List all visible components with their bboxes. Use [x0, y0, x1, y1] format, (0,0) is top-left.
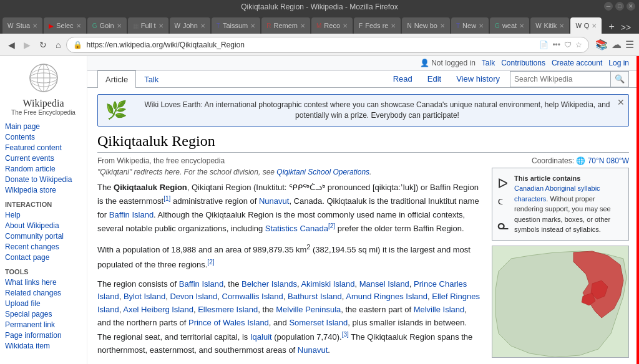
tab-kitik[interactable]: WKitik✕	[530, 17, 569, 34]
tab-close-icon[interactable]: ✕	[200, 22, 205, 29]
action-edit[interactable]: Edit	[422, 70, 446, 87]
belcher-islands-link[interactable]: Belcher Islands	[241, 279, 297, 289]
ellesmere-link[interactable]: Ellesmere Island	[198, 305, 258, 314]
bathurst-link[interactable]: Bathurst Island	[288, 292, 342, 301]
action-read[interactable]: Read	[388, 70, 417, 87]
back-btn[interactable]: ◀	[5, 39, 18, 51]
tab-goin[interactable]: GGoin✕	[87, 17, 127, 34]
sidebar-item-main-page[interactable]: Main page	[5, 122, 82, 131]
cornwallis-link[interactable]: Cornwallis Island	[222, 292, 283, 301]
amund-link[interactable]: Amund Ringnes Island	[346, 292, 427, 301]
home-btn[interactable]: ⌂	[52, 39, 64, 51]
canadian-syllabic-link[interactable]: Canadian Aboriginal syllabic characters	[514, 184, 600, 203]
sidebar-item-about[interactable]: About Wikipedia	[5, 221, 82, 230]
address-bar[interactable]: 🔒 https://en.wikipedia.org/wiki/Qikiqtaa…	[66, 37, 589, 53]
sidebar-item-page-info[interactable]: Page information	[5, 331, 82, 340]
somerset-link[interactable]: Somerset Island	[289, 318, 348, 327]
sidebar-item-recent-changes[interactable]: Recent changes	[5, 242, 82, 251]
tab-newbo[interactable]: NNew bo✕	[402, 17, 450, 34]
sidebar-item-current-events[interactable]: Current events	[5, 154, 82, 163]
new-tab-btn[interactable]: +	[605, 20, 617, 34]
tab-close-icon[interactable]: ✕	[343, 22, 348, 29]
tab-feds[interactable]: FFeds re✕	[354, 17, 401, 34]
search-btn[interactable]: 🔍	[610, 72, 628, 87]
reload-btn[interactable]: ↻	[36, 39, 50, 51]
tab-close-icon[interactable]: ✕	[391, 22, 396, 29]
sidebar-item-contact[interactable]: Contact page	[5, 253, 82, 262]
tab-new[interactable]: TNew✕	[451, 17, 489, 34]
tab-close-icon[interactable]: ✕	[32, 22, 37, 29]
tab-full[interactable]: ▦Full t✕	[128, 17, 168, 34]
mansel-link[interactable]: Mansel Island	[359, 279, 409, 289]
baffin-island-link2[interactable]: Baffin Island	[179, 279, 223, 289]
tab-close-icon[interactable]: ✕	[559, 22, 564, 29]
school-division-link[interactable]: Qiqiktani School Operations	[276, 168, 369, 176]
baffin-island-link[interactable]: Baffin Island	[109, 210, 154, 219]
sidebar-item-upload-file[interactable]: Upload file	[5, 299, 82, 308]
create-account-link[interactable]: Create account	[552, 59, 602, 67]
tab-close-icon[interactable]: ✕	[250, 22, 255, 29]
tab-close-icon[interactable]: ✕	[159, 22, 163, 29]
axel-link[interactable]: Axel Heiberg Island	[123, 305, 193, 314]
tab-close-icon[interactable]: ✕	[479, 22, 484, 29]
close-btn[interactable]: ✕	[627, 2, 635, 11]
nunavut-link[interactable]: Nunavut	[259, 197, 289, 206]
tab-close-icon[interactable]: ✕	[76, 22, 81, 29]
reader-icon[interactable]: 📄	[539, 41, 549, 49]
maximize-btn[interactable]: □	[615, 2, 624, 11]
tab-remem[interactable]: RRemem✕	[261, 17, 310, 34]
tab-close-icon[interactable]: ✕	[300, 22, 305, 29]
sidebar-item-contents[interactable]: Contents	[5, 133, 82, 141]
tab-talk[interactable]: Talk	[136, 70, 167, 88]
sidebar-item-help[interactable]: Help	[5, 211, 82, 219]
action-view-history[interactable]: View history	[451, 70, 505, 87]
prince-wales-link[interactable]: Prince of Wales Island	[188, 318, 269, 327]
sidebar-item-what-links[interactable]: What links here	[5, 278, 82, 287]
bookmark-icon[interactable]: ☆	[575, 41, 582, 49]
library-btn[interactable]: 📚	[595, 39, 608, 50]
tab-john[interactable]: WJohn✕	[170, 17, 210, 34]
akimiski-link[interactable]: Akimiski Island	[301, 279, 354, 289]
sidebar-item-store[interactable]: Wikipedia store	[5, 186, 82, 194]
tab-close-icon[interactable]: ✕	[440, 22, 445, 29]
sidebar-item-featured-content[interactable]: Featured content	[5, 143, 82, 152]
tab-selec[interactable]: ▶Selec✕	[44, 17, 86, 34]
tab-reco[interactable]: MReco✕	[311, 17, 353, 34]
sync-btn[interactable]: ☁	[612, 39, 622, 50]
minimize-btn[interactable]: ─	[604, 2, 613, 11]
coords-link[interactable]: 🌐 70°N 080°W	[576, 156, 629, 165]
menu-btn[interactable]: ☰	[625, 39, 634, 50]
tab-close-icon[interactable]: ✕	[519, 22, 524, 29]
sidebar-item-wikidata[interactable]: Wikidata item	[5, 342, 82, 350]
banner-close-btn[interactable]: ✕	[617, 97, 625, 107]
tab-stua[interactable]: WStua✕	[2, 17, 42, 34]
sidebar-item-special-pages[interactable]: Special pages	[5, 310, 82, 318]
iqaluit-link[interactable]: Iqaluit	[250, 332, 272, 342]
forward-btn[interactable]: ▶	[21, 39, 34, 51]
tab-article[interactable]: Article	[97, 70, 136, 88]
sidebar-item-random-article[interactable]: Random article	[5, 165, 82, 173]
tab-close-icon[interactable]: ✕	[592, 22, 597, 29]
tab-weat[interactable]: Gweat✕	[490, 17, 529, 34]
search-input[interactable]	[510, 74, 610, 85]
sidebar-item-donate[interactable]: Donate to Wikipedia	[5, 175, 82, 184]
devon-link[interactable]: Devon Island	[170, 292, 217, 301]
login-link[interactable]: Log in	[608, 59, 629, 67]
sidebar-item-community-portal[interactable]: Community portal	[5, 232, 82, 241]
talk-link[interactable]: Talk	[482, 59, 495, 67]
tab-close-icon[interactable]: ✕	[117, 22, 122, 29]
tab-taissum[interactable]: TTaissum✕	[212, 17, 260, 34]
sidebar-item-related-changes[interactable]: Related changes	[5, 289, 82, 297]
contributions-link[interactable]: Contributions	[501, 59, 545, 67]
sidebar-item-permanent-link[interactable]: Permanent link	[5, 320, 82, 329]
more-tabs-btn[interactable]: >>	[618, 21, 634, 34]
melville-pen-link[interactable]: Melville Peninsula	[276, 305, 341, 314]
more-icon[interactable]: •••	[552, 41, 560, 49]
statistics-canada-link[interactable]: Statistics Canada	[265, 224, 328, 234]
url-text[interactable]: https://en.wikipedia.org/wiki/Qikiqtaalu…	[86, 41, 535, 49]
melville-island-link[interactable]: Melville Island	[414, 305, 465, 314]
nunavut-link2[interactable]: Nunavut	[298, 345, 328, 355]
tab-qikiq[interactable]: WQ✕	[570, 17, 602, 34]
bylot-link[interactable]: Bylot Island	[124, 292, 165, 301]
window-controls[interactable]: ─ □ ✕	[604, 2, 635, 11]
